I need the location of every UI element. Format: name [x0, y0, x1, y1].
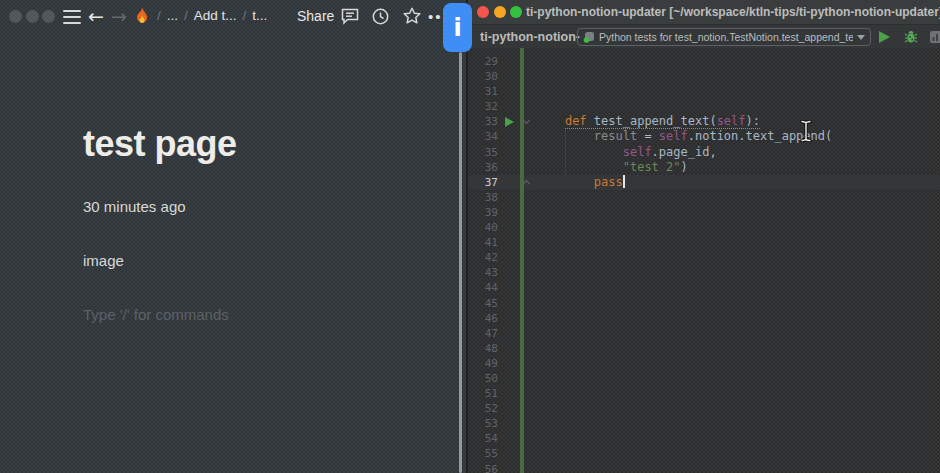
editor-placeholder[interactable]: Type '/' for commands: [83, 306, 229, 323]
breadcrumb-item-parent[interactable]: Add t...: [194, 8, 237, 23]
back-arrow-icon[interactable]: ←: [88, 6, 104, 26]
line-number[interactable]: 37: [468, 175, 501, 190]
code-text: def test_append_text(self):: [536, 114, 760, 129]
page-emoji-fire-icon[interactable]: [133, 6, 151, 26]
gutter: [501, 175, 536, 190]
line-number[interactable]: 39: [468, 205, 501, 220]
run-button[interactable]: [879, 29, 895, 45]
gutter: [501, 416, 536, 431]
line-number[interactable]: 32: [468, 99, 501, 114]
code-line[interactable]: 49: [468, 356, 940, 371]
line-number[interactable]: 44: [468, 280, 501, 295]
favorite-star-icon[interactable]: [402, 6, 422, 26]
code-line[interactable]: 53: [468, 416, 940, 431]
line-number[interactable]: 54: [468, 431, 501, 446]
debug-bug-button[interactable]: [903, 29, 919, 45]
line-number[interactable]: 34: [468, 129, 501, 144]
run-test-gutter-icon[interactable]: [505, 117, 514, 127]
run-with-coverage-button[interactable]: [929, 29, 940, 45]
line-number[interactable]: 31: [468, 84, 501, 99]
comments-icon[interactable]: [340, 7, 360, 26]
code-line[interactable]: 56: [468, 462, 940, 473]
line-number[interactable]: 41: [468, 235, 501, 250]
line-number[interactable]: 53: [468, 416, 501, 431]
gutter: [501, 129, 536, 144]
code-line[interactable]: 33 def test_append_text(self):: [468, 114, 940, 129]
line-number[interactable]: 50: [468, 371, 501, 386]
ide-minimize-button[interactable]: [494, 6, 506, 18]
code-line[interactable]: 55: [468, 446, 940, 461]
line-number[interactable]: 48: [468, 341, 501, 356]
line-number[interactable]: 29: [468, 54, 501, 69]
ide-close-button[interactable]: [477, 6, 489, 18]
notion-scrollbar[interactable]: [459, 52, 462, 473]
line-number[interactable]: 51: [468, 386, 501, 401]
ide-zoom-button[interactable]: [510, 6, 522, 18]
breadcrumb-item-root[interactable]: ...: [167, 8, 178, 23]
code-line[interactable]: 38: [468, 190, 940, 205]
code-line[interactable]: 39: [468, 205, 940, 220]
share-button[interactable]: Share: [297, 8, 334, 24]
line-number[interactable]: 42: [468, 250, 501, 265]
line-number[interactable]: 36: [468, 160, 501, 175]
code-line[interactable]: 48: [468, 341, 940, 356]
code-line[interactable]: 37 pass: [468, 175, 940, 190]
line-number[interactable]: 43: [468, 265, 501, 280]
window-zoom-button[interactable]: [42, 10, 55, 23]
window-minimize-button[interactable]: [26, 10, 39, 23]
fold-up-icon[interactable]: [523, 180, 530, 187]
gutter: [501, 99, 536, 114]
page-block-edited-time[interactable]: 30 minutes ago: [83, 198, 186, 215]
line-number[interactable]: 40: [468, 220, 501, 235]
sidebar-menu-icon[interactable]: [63, 10, 81, 24]
line-number[interactable]: 33: [468, 114, 501, 129]
code-line[interactable]: 32: [468, 99, 940, 114]
line-number[interactable]: 45: [468, 296, 501, 311]
line-number[interactable]: 49: [468, 356, 501, 371]
updates-clock-icon[interactable]: [371, 7, 390, 26]
code-line[interactable]: 54: [468, 431, 940, 446]
code-line[interactable]: 43: [468, 265, 940, 280]
code-line[interactable]: 44: [468, 280, 940, 295]
line-number[interactable]: 56: [468, 462, 501, 473]
gutter: [501, 296, 536, 311]
code-line[interactable]: 30: [468, 69, 940, 84]
code-line[interactable]: 29: [468, 54, 940, 69]
breadcrumb: /.../Add t.../t...: [157, 8, 267, 23]
line-number[interactable]: 46: [468, 311, 501, 326]
code-line[interactable]: 46: [468, 311, 940, 326]
code-line[interactable]: 36 "test 2"): [468, 160, 940, 175]
editor-tab[interactable]: ti-python-notion-: [480, 30, 580, 44]
page-title[interactable]: test page: [83, 123, 237, 165]
more-options-button[interactable]: ••: [428, 8, 443, 25]
code-line[interactable]: 42: [468, 250, 940, 265]
code-line[interactable]: 35 self.page_id,: [468, 145, 940, 160]
forward-arrow-icon[interactable]: →: [111, 6, 127, 26]
code-line[interactable]: 45: [468, 296, 940, 311]
line-number[interactable]: 55: [468, 446, 501, 461]
mouse-cursor-ibeam: [799, 119, 813, 143]
code-line[interactable]: 34 result = self.notion.text_append(: [468, 129, 940, 144]
gutter: [501, 446, 536, 461]
window-close-button[interactable]: [9, 10, 22, 23]
code-line[interactable]: 52: [468, 401, 940, 416]
line-number[interactable]: 47: [468, 326, 501, 341]
code-line[interactable]: 50: [468, 371, 940, 386]
fold-down-icon[interactable]: [523, 117, 530, 124]
line-number[interactable]: 35: [468, 145, 501, 160]
code-line[interactable]: 31: [468, 84, 940, 99]
line-number[interactable]: 30: [468, 69, 501, 84]
code-line[interactable]: 40: [468, 220, 940, 235]
code-line[interactable]: 51: [468, 386, 940, 401]
code-line[interactable]: 47: [468, 326, 940, 341]
code-editor[interactable]: 2930313233 def test_append_text(self):34…: [468, 48, 940, 473]
gutter: [501, 311, 536, 326]
code-line[interactable]: 41: [468, 235, 940, 250]
breadcrumb-item-current[interactable]: t...: [252, 8, 267, 23]
code-text: result = self.notion.text_append(: [536, 129, 832, 144]
run-configuration-select[interactable]: Python tests for test_notion.TestNotion.…: [577, 28, 871, 46]
line-number[interactable]: 38: [468, 190, 501, 205]
gutter: [501, 326, 536, 341]
page-block-text[interactable]: image: [83, 252, 124, 269]
line-number[interactable]: 52: [468, 401, 501, 416]
